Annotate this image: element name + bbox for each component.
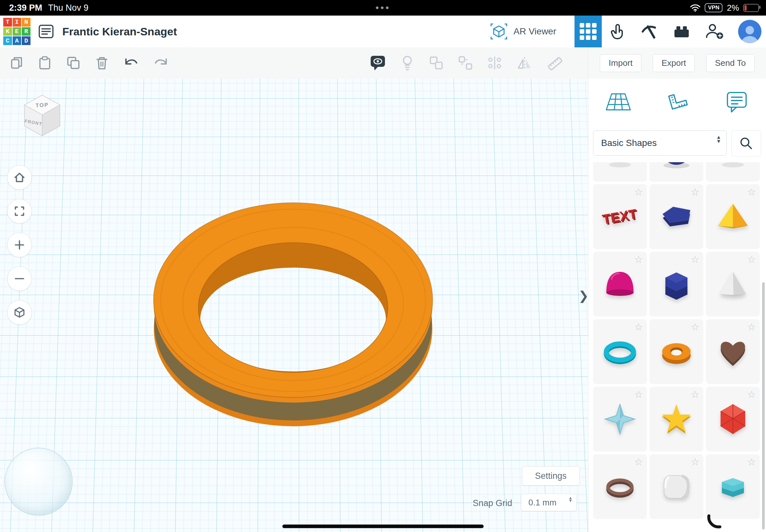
favorite-star-icon[interactable]: ☆ (634, 456, 643, 467)
align-icon[interactable] (487, 55, 503, 71)
favorite-star-icon[interactable]: ☆ (747, 254, 756, 265)
favorite-star-icon[interactable]: ☆ (634, 186, 643, 198)
shape-category-value: Basic Shapes (601, 138, 657, 148)
ghost-sphere[interactable] (5, 448, 73, 516)
logo-letter: A (13, 36, 21, 45)
svg-text:TEXT: TEXT (601, 206, 638, 227)
search-icon (739, 136, 753, 151)
duplicate-icon[interactable] (66, 55, 81, 71)
export-button[interactable]: Export (653, 54, 695, 72)
zoom-out-button[interactable] (7, 266, 32, 291)
favorite-star-icon[interactable]: ☆ (747, 456, 756, 467)
minecraft-pickaxe-icon[interactable] (640, 22, 659, 41)
shape-tile-partial-sphere[interactable] (650, 162, 703, 182)
group-icon[interactable] (429, 55, 444, 71)
shape-tile-partial-blank[interactable] (706, 162, 760, 182)
lego-brick-icon[interactable] (673, 22, 691, 41)
wifi-icon (690, 4, 700, 12)
import-button[interactable]: Import (600, 54, 641, 72)
favorite-star-icon[interactable]: ☆ (634, 254, 643, 265)
shape-tile-ring[interactable]: ☆ (593, 454, 647, 519)
tinkercad-logo[interactable]: TINKERCAD (3, 18, 30, 45)
paste-icon[interactable] (37, 55, 53, 71)
home-indicator[interactable] (282, 525, 484, 528)
perspective-toggle-button[interactable] (7, 300, 32, 325)
fit-view-button[interactable] (7, 199, 32, 224)
shape-tile-star4[interactable]: ☆ (593, 387, 647, 452)
designs-list-icon[interactable] (38, 24, 54, 39)
copy-icon[interactable] (8, 55, 24, 71)
ar-viewer-button[interactable]: AR Viewer (490, 16, 556, 47)
shape-tile-paraboloid[interactable]: ☆ (593, 252, 647, 317)
view-cube[interactable]: TOP FRONT (15, 90, 69, 142)
sidebar-collapse-handle[interactable]: ❯ (578, 289, 588, 303)
logo-letter: E (13, 27, 21, 36)
snap-grid-dropdown[interactable]: 0.1 mm ▲▼ (521, 494, 577, 511)
send-to-button[interactable]: Send To (706, 54, 755, 72)
battery-percent: 2% (727, 3, 739, 13)
shape-tile-torus-thin[interactable]: ☆ (593, 319, 647, 384)
ruler-tool-icon[interactable] (665, 91, 691, 113)
logo-letter: T (3, 18, 12, 27)
favorite-star-icon[interactable]: ☆ (691, 456, 699, 467)
crescent-decoration (707, 513, 722, 529)
stepper-arrows-icon[interactable]: ▲▼ (568, 496, 573, 502)
shape-category-select[interactable]: Basic Shapes ▲▼ (593, 130, 727, 156)
shape-tile-star5[interactable]: ☆ (650, 387, 703, 452)
favorite-star-icon[interactable]: ☆ (691, 254, 699, 265)
shape-tile-icosahedron[interactable]: ☆ (706, 387, 760, 452)
multitask-dots[interactable]: ••• (375, 0, 391, 16)
favorite-star-icon[interactable]: ☆ (691, 321, 699, 333)
tinkercad-app: 2:39 PM Thu Nov 9 ••• VPN 2% TINKERCAD (0, 0, 766, 532)
shape-tile-hexprism[interactable]: ☆ (650, 252, 703, 317)
ar-viewer-label: AR Viewer (514, 26, 556, 37)
shape-tile-partial-blank[interactable] (593, 162, 647, 182)
ruler-icon-toolbar[interactable] (547, 54, 564, 71)
workplane-canvas[interactable]: TOP FRONT (0, 79, 588, 532)
shape-tile-heart[interactable]: ☆ (706, 319, 760, 384)
zoom-in-button[interactable] (7, 233, 32, 257)
status-right: VPN 2% (690, 0, 761, 16)
home-view-button[interactable] (7, 165, 32, 190)
battery-icon (743, 4, 759, 12)
undo-icon[interactable] (123, 55, 140, 71)
view-cube-top-label: TOP (35, 102, 49, 109)
favorite-star-icon[interactable]: ☆ (747, 321, 756, 333)
workplane-tool-icon[interactable] (606, 91, 631, 113)
shape-tile-pyramid[interactable]: ☆ (706, 184, 760, 249)
mirror-icon[interactable] (516, 55, 533, 71)
shapes-scroll-area[interactable]: ☆TEXTTEXT☆☆☆☆☆☆☆☆☆☆☆☆☆☆ (589, 162, 766, 532)
ring-3d-object[interactable] (131, 191, 456, 431)
redo-icon[interactable] (152, 55, 169, 71)
shape-tile-torus[interactable]: ☆ (650, 319, 703, 384)
sidebar-scrollbar[interactable] (762, 282, 765, 529)
favorite-star-icon[interactable]: ☆ (634, 389, 643, 400)
shape-tile-text[interactable]: ☆TEXTTEXT (593, 184, 647, 249)
favorite-star-icon[interactable]: ☆ (691, 186, 699, 198)
shape-tile-polygon[interactable]: ☆ (650, 184, 703, 249)
favorite-star-icon[interactable]: ☆ (747, 389, 756, 400)
hand-tool-icon[interactable] (608, 22, 626, 41)
invite-person-icon[interactable] (705, 22, 724, 41)
delete-trash-icon[interactable] (94, 55, 110, 71)
design-title[interactable]: Frantic Kieran-Snaget (62, 16, 177, 47)
ungroup-icon[interactable] (458, 55, 473, 71)
settings-button[interactable]: Settings (522, 466, 580, 486)
shape-tile-cone[interactable]: ☆ (706, 252, 760, 317)
show-hide-icon[interactable] (369, 54, 386, 71)
shape-tile-dice[interactable]: ☆ (650, 454, 703, 519)
status-bar: 2:39 PM Thu Nov 9 ••• VPN 2% (0, 0, 766, 16)
logo-letter: I (13, 18, 21, 27)
shape-search-button[interactable] (731, 130, 761, 156)
favorite-star-icon[interactable]: ☆ (747, 186, 756, 198)
status-left: 2:39 PM Thu Nov 9 (9, 0, 89, 16)
account-avatar[interactable] (738, 20, 761, 43)
apps-menu-button-active[interactable] (575, 16, 602, 47)
notes-tool-icon[interactable] (725, 91, 749, 113)
logo-letter: N (22, 18, 30, 27)
snap-grid-label: Snap Grid (454, 498, 512, 508)
shape-tile-hexagon[interactable]: ☆ (706, 454, 760, 519)
favorite-star-icon[interactable]: ☆ (691, 389, 699, 400)
lightbulb-icon[interactable] (400, 54, 415, 71)
favorite-star-icon[interactable]: ☆ (634, 321, 643, 333)
